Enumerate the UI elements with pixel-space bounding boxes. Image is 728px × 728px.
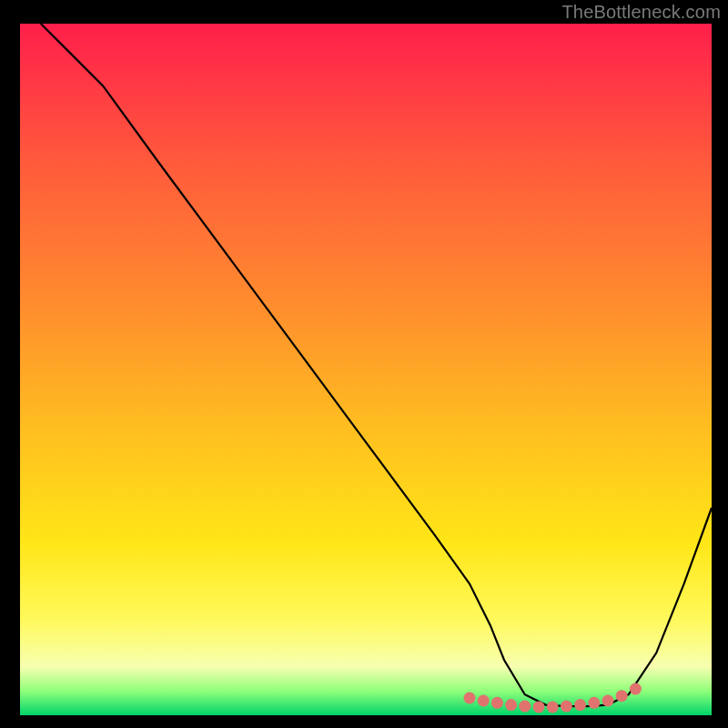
marker-dot bbox=[602, 695, 614, 707]
marker-dot bbox=[491, 697, 503, 709]
plot-background bbox=[20, 24, 712, 715]
marker-dot bbox=[464, 693, 476, 704]
marker-dot bbox=[519, 701, 531, 713]
marker-dot bbox=[588, 697, 600, 709]
marker-dot bbox=[616, 690, 628, 702]
marker-dot bbox=[547, 701, 559, 713]
marker-dot bbox=[478, 695, 490, 707]
bottleneck-chart bbox=[0, 0, 728, 728]
attribution-text: TheBottleneck.com bbox=[561, 2, 721, 23]
marker-dot bbox=[533, 701, 545, 713]
marker-dot bbox=[505, 699, 517, 711]
marker-dot bbox=[630, 683, 642, 695]
marker-dot bbox=[561, 701, 572, 713]
marker-dot bbox=[574, 699, 586, 711]
chart-container: TheBottleneck.com bbox=[0, 0, 728, 728]
